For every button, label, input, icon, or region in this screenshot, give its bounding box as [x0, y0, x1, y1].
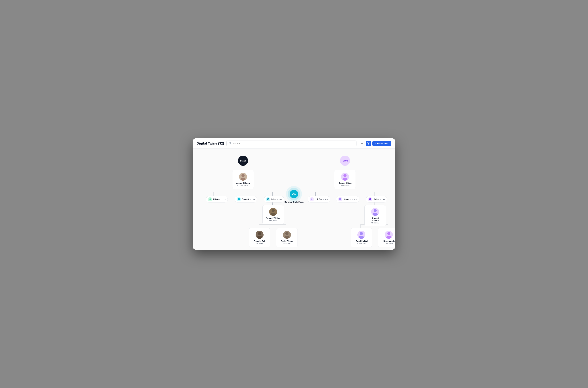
right-rorie-name: _Rorie Weeks	[382, 240, 395, 242]
right-sales: _Sales 1.2k	[366, 196, 387, 202]
left-rorie-name: Rorie Weeks	[281, 240, 293, 242]
svg-point-0	[229, 142, 231, 144]
left-svp-role: SVP, Sales	[269, 220, 277, 221]
sales-count: 1.2k	[277, 198, 282, 200]
svg-rect-5	[368, 143, 368, 143]
create-twin-button[interactable]: Create Twin	[373, 141, 391, 146]
svg-line-74	[294, 194, 295, 194]
hr-org-count: 1.2k	[220, 198, 226, 200]
svg-point-70	[294, 193, 294, 194]
left-franklin-card[interactable]: Franklin Ball VP, Sales	[249, 228, 270, 247]
left-franklin-name: Franklin Ball	[254, 240, 266, 242]
right-support-node[interactable]: _Support 1.2k	[336, 196, 359, 202]
hr-org-icon	[208, 197, 212, 201]
hr-org-label: HR Org	[213, 198, 220, 200]
canvas: Brand Jasper Ellison Founder & CEO	[193, 149, 395, 250]
left-svp-card[interactable]: Russell William SVP, Sales	[263, 205, 284, 224]
right-rorie-avatar	[385, 231, 393, 239]
left-rorie-role: VP, Sales	[283, 242, 291, 244]
right-ceo-name: _Jasper Ellison	[338, 182, 352, 184]
header-actions: Create Twin	[359, 141, 391, 146]
right-support-icon	[338, 197, 342, 201]
svg-point-42	[277, 199, 278, 199]
left-franklin-role: VP, Sales	[256, 242, 263, 244]
left-ceo-avatar	[239, 173, 247, 181]
support-icon	[237, 197, 241, 201]
right-ceo-avatar	[341, 173, 349, 181]
left-sales-node[interactable]: Sales 1.2k	[264, 196, 284, 202]
right-rorie-card[interactable]: _Rorie Weeks 3 Personas	[378, 228, 395, 247]
left-hr-org: HR Org 1.2k	[206, 196, 228, 202]
svg-point-68	[387, 232, 390, 235]
left-rorie-card[interactable]: Rorie Weeks VP, Sales	[276, 228, 298, 247]
right-hr-label: _HR Org	[315, 198, 322, 200]
right-franklin-avatar	[357, 231, 365, 239]
svg-point-56	[312, 198, 312, 199]
right-sales-count: 1.2k	[380, 198, 385, 200]
svg-point-58	[353, 199, 353, 199]
center-node[interactable]: Sprinklr Digital Twin	[285, 190, 304, 203]
right-brand-label: _Brand	[342, 160, 348, 162]
right-franklin-name: _Franklin Ball	[355, 240, 368, 242]
svg-point-62	[374, 209, 377, 212]
right-svp-personas: 7 Personas	[371, 222, 379, 224]
support-count: 1.2k	[250, 198, 255, 200]
svg-point-53	[344, 174, 347, 177]
search-icon	[229, 142, 231, 145]
svg-point-39	[221, 199, 221, 199]
sales-icon	[266, 197, 270, 201]
left-support: Support 1.2k	[235, 196, 257, 202]
sprinklr-circle	[290, 190, 298, 198]
tree-view-button[interactable]	[366, 141, 371, 146]
left-svp-avatar	[269, 208, 277, 216]
right-ceo-card[interactable]: _Jasper Ellison 5 Personas	[334, 170, 356, 189]
svg-point-44	[272, 209, 275, 212]
svg-point-37	[210, 198, 210, 199]
right-hr-icon	[310, 197, 314, 201]
header: Digital Twins (32)	[193, 138, 395, 149]
right-support-label: _Support	[343, 198, 351, 200]
left-sales: Sales 1.2k	[264, 196, 284, 202]
right-brand-node[interactable]: _Brand	[340, 156, 350, 166]
right-svp-name: _Russell William	[368, 217, 383, 222]
list-view-button[interactable]	[359, 141, 364, 146]
search-bar[interactable]	[226, 141, 356, 146]
svg-line-1	[230, 144, 231, 144]
left-svp-name: Russell William	[266, 217, 281, 219]
svg-point-40	[250, 199, 251, 199]
right-franklin-card[interactable]: _Franklin Ball 8 Personas	[351, 228, 372, 247]
right-svp-avatar	[371, 208, 379, 216]
right-sales-label: _Sales	[373, 198, 379, 200]
page-title: Digital Twins (32)	[197, 142, 224, 146]
left-hr-org-node[interactable]: HR Org 1.2k	[206, 196, 228, 202]
svg-rect-6	[369, 143, 369, 143]
svg-point-38	[210, 198, 211, 199]
right-sales-node[interactable]: _Sales 1.2k	[366, 196, 387, 202]
sprinklr-label: Sprinklr Digital Twin	[285, 201, 304, 203]
search-input[interactable]	[232, 142, 354, 145]
right-ceo-personas: 5 Personas	[341, 184, 349, 186]
right-sales-icon	[368, 197, 372, 201]
svg-rect-7	[368, 144, 369, 144]
right-hr-org: _HR Org 1.2k	[308, 196, 330, 202]
right-franklin-personas: 8 Personas	[357, 242, 366, 244]
svg-point-35	[241, 174, 244, 177]
support-label: Support	[242, 198, 249, 200]
svg-point-60	[380, 199, 381, 199]
svg-point-57	[323, 199, 324, 199]
left-support-node[interactable]: Support 1.2k	[235, 196, 257, 202]
device-frame: Digital Twins (32)	[193, 138, 395, 250]
left-ceo-role: Founder & CEO	[237, 184, 249, 186]
right-support-count: 1.2k	[352, 198, 357, 200]
right-rorie-personas: 3 Personas	[385, 242, 393, 244]
left-brand-node[interactable]: Brand	[238, 156, 248, 166]
left-ceo-card[interactable]: Jasper Ellison Founder & CEO	[232, 170, 254, 189]
left-rorie-avatar	[283, 231, 291, 239]
right-brand-circle: _Brand	[340, 156, 350, 166]
svg-line-73	[293, 194, 294, 194]
svg-point-59	[369, 198, 371, 200]
sales-label: Sales	[271, 198, 276, 200]
right-hr-org-node[interactable]: _HR Org 1.2k	[308, 196, 330, 202]
svg-point-47	[258, 232, 261, 235]
right-svp-card[interactable]: _Russell William 7 Personas	[364, 205, 386, 226]
